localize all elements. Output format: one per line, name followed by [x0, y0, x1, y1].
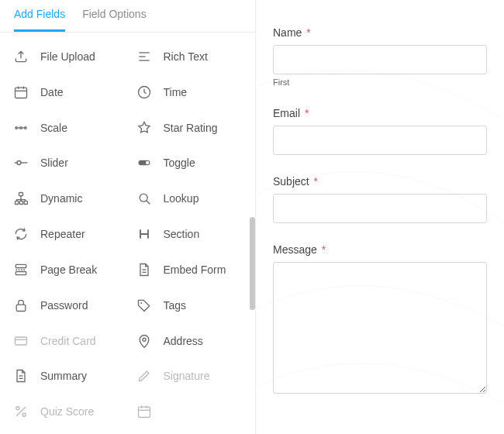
input-email[interactable]: [273, 126, 487, 155]
label-email: Email *: [273, 107, 487, 119]
field-type-rich-text[interactable]: Rich Text: [128, 40, 251, 76]
textarea-message[interactable]: [273, 262, 487, 394]
clock-icon: [136, 84, 153, 101]
field-type-label: Summary: [40, 367, 87, 383]
tab-add-fields[interactable]: Add Fields: [14, 8, 65, 32]
field-type-label: Date: [40, 84, 64, 99]
scale-icon: [12, 119, 29, 136]
calendar-icon: [12, 84, 29, 101]
field-type-label: Star Rating: [164, 119, 218, 135]
field-type-label: Repeater: [40, 226, 85, 241]
sublabel-name-first: First: [273, 78, 487, 87]
field-type-label: File Upload: [40, 48, 95, 64]
field-type-label: Time: [164, 84, 188, 99]
required-asterisk: *: [322, 243, 326, 256]
field-type-label: Section: [164, 226, 200, 241]
field-type-lookup[interactable]: Lookup: [128, 182, 251, 218]
field-email: Email *: [273, 107, 487, 155]
field-type-label: Toggle: [164, 154, 195, 170]
field-type-label: Slider: [40, 154, 68, 170]
label-name: Name *: [273, 26, 487, 39]
label-email-text: Email: [273, 107, 300, 119]
field-type-date[interactable]: Date: [5, 76, 128, 112]
field-type-label: Scale: [40, 119, 67, 135]
sitemap-icon: [12, 190, 29, 207]
field-type-quiz-score: Quiz Score: [5, 395, 128, 431]
form-preview: Name * First Email * Subject * Message *: [256, 0, 504, 434]
required-asterisk: *: [314, 175, 318, 188]
label-message-text: Message: [273, 243, 317, 256]
pin-icon: [136, 332, 153, 350]
field-type-label: Lookup: [164, 190, 199, 205]
file-icon: [12, 367, 29, 384]
field-subject: Subject *: [273, 175, 487, 223]
field-type-label: Address: [164, 332, 203, 348]
panel-tabs: Add Fields Field Options: [0, 0, 255, 33]
percent-icon: [12, 403, 29, 420]
field-type-summary[interactable]: Summary: [5, 360, 128, 395]
tab-field-options[interactable]: Field Options: [82, 8, 146, 32]
card-icon: [12, 332, 29, 350]
field-name: Name * First: [273, 26, 487, 87]
star-icon: [136, 119, 153, 136]
field-type-label: Embed Form: [164, 261, 226, 277]
field-type-label: Rich Text: [164, 48, 208, 64]
field-type-credit-card: Credit Card: [5, 325, 128, 360]
label-message: Message *: [273, 243, 487, 256]
field-type-star-rating[interactable]: Star Rating: [128, 112, 251, 147]
fields-grid: File UploadRich TextDateTimeScaleStar Ra…: [0, 33, 255, 434]
field-type-label: Dynamic: [40, 190, 82, 205]
field-type-embed-form[interactable]: Embed Form: [128, 253, 251, 289]
app-root: Add Fields Field Options File UploadRich…: [0, 0, 504, 434]
label-subject: Subject *: [273, 175, 487, 188]
field-type-section[interactable]: Section: [128, 218, 251, 253]
field-type-file-upload[interactable]: File Upload: [5, 40, 128, 76]
field-type-label: Tags: [164, 297, 187, 312]
field-type-tags[interactable]: Tags: [128, 289, 251, 325]
field-type-toggle[interactable]: Toggle: [128, 146, 251, 182]
field-type-label: Password: [40, 297, 88, 312]
field-type-label: Credit Card: [40, 332, 96, 348]
field-type-password[interactable]: Password: [5, 289, 128, 325]
field-type-label: Quiz Score: [40, 403, 94, 418]
input-name-first[interactable]: [273, 45, 487, 74]
file-icon: [136, 261, 153, 278]
calendar-icon: [136, 403, 153, 420]
upload-icon: [12, 48, 29, 65]
field-type-slider[interactable]: Slider: [5, 146, 128, 182]
repeat-icon: [12, 226, 29, 243]
field-type-signature: Signature: [128, 360, 251, 395]
field-type-blank: [128, 395, 251, 431]
break-icon: [12, 261, 29, 278]
field-type-label: Signature: [164, 367, 210, 383]
search-icon: [136, 190, 153, 207]
toggle-icon: [136, 154, 153, 171]
field-message: Message *: [273, 243, 487, 397]
heading-icon: [136, 226, 153, 243]
required-asterisk: *: [305, 107, 309, 119]
label-subject-text: Subject: [273, 175, 309, 188]
tag-icon: [136, 297, 153, 314]
field-type-dynamic[interactable]: Dynamic: [5, 182, 128, 218]
scrollbar-thumb[interactable]: [250, 217, 255, 310]
label-name-text: Name: [273, 26, 302, 39]
pen-icon: [136, 367, 153, 384]
input-subject[interactable]: [273, 194, 487, 223]
align-icon: [136, 48, 153, 65]
field-type-label: Page Break: [40, 261, 97, 277]
required-asterisk: *: [306, 26, 310, 39]
left-panel: Add Fields Field Options File UploadRich…: [0, 0, 256, 434]
field-type-repeater[interactable]: Repeater: [5, 218, 128, 253]
field-type-time[interactable]: Time: [128, 76, 251, 112]
field-type-page-break[interactable]: Page Break: [5, 253, 128, 289]
field-type-address[interactable]: Address: [128, 325, 251, 360]
field-type-scale[interactable]: Scale: [5, 112, 128, 147]
slider-icon: [12, 154, 29, 171]
lock-icon: [12, 297, 29, 314]
